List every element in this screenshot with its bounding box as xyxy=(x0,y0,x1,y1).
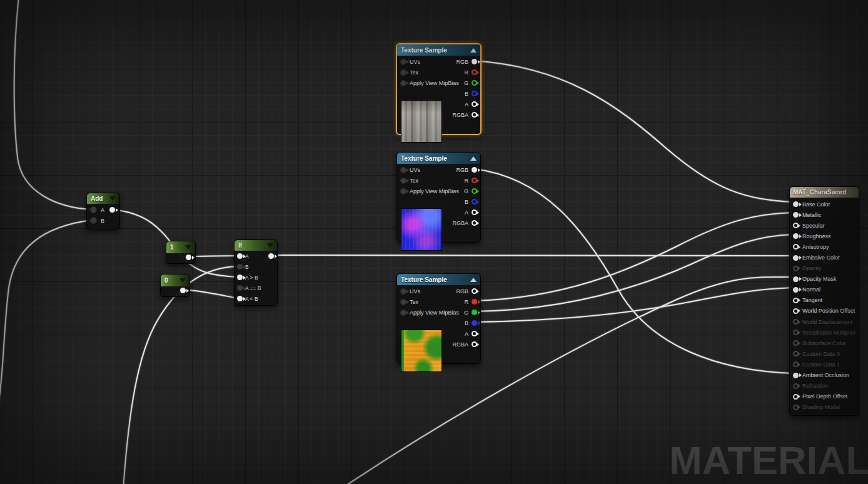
node-header[interactable]: 1 xyxy=(166,241,195,253)
input-pin-row[interactable]: Apply View MipBias xyxy=(400,78,459,88)
input-pin-row[interactable]: A < B xyxy=(235,293,277,304)
material-pin-row[interactable]: Tessellation Multiplier xyxy=(793,327,859,338)
material-pin-row[interactable]: Refraction xyxy=(793,381,859,391)
input-pin-row[interactable]: UVs xyxy=(400,56,459,67)
output-pin[interactable] xyxy=(472,91,477,96)
input-pin[interactable] xyxy=(400,69,406,76)
add-node[interactable]: Add A B xyxy=(86,193,120,229)
output-pin-row[interactable]: R xyxy=(452,296,477,307)
material-pin-row[interactable]: Tangent xyxy=(793,295,859,306)
material-input-pin[interactable] xyxy=(793,330,799,335)
collapse-arrow-icon[interactable] xyxy=(470,48,477,53)
material-input-pin[interactable] xyxy=(793,308,799,314)
input-pin[interactable] xyxy=(90,217,97,224)
output-pin[interactable] xyxy=(472,299,477,305)
output-pin[interactable] xyxy=(472,341,477,347)
input-pin-row[interactable]: B xyxy=(235,261,277,272)
material-input-pin[interactable] xyxy=(793,394,799,400)
wire-ts1-rgb-to-basecolor[interactable] xyxy=(474,61,793,202)
input-pin[interactable] xyxy=(237,253,243,259)
material-pin-row[interactable]: Normal xyxy=(793,285,859,295)
input-pin-row[interactable]: A == B xyxy=(235,283,277,293)
texture-sample-node[interactable]: Texture Sample UVs Tex xyxy=(396,152,481,243)
expand-arrow-icon[interactable] xyxy=(109,196,116,201)
expand-arrow-icon[interactable] xyxy=(179,278,186,283)
input-pin[interactable] xyxy=(237,296,243,301)
input-pin-row[interactable]: UVs xyxy=(400,286,459,296)
material-input-pin[interactable] xyxy=(793,212,799,218)
constant-node[interactable]: 0 xyxy=(160,274,190,297)
material-input-pin[interactable] xyxy=(793,319,799,325)
input-pin[interactable] xyxy=(90,206,97,213)
wire-top-to-add-a[interactable] xyxy=(14,0,91,209)
expand-arrow-icon[interactable] xyxy=(185,245,191,250)
material-pin-row[interactable]: World Position Offset xyxy=(793,306,859,316)
output-pin[interactable] xyxy=(472,331,477,336)
input-pin[interactable] xyxy=(400,299,406,305)
output-pin-row[interactable]: B xyxy=(452,318,477,328)
material-pin-row[interactable]: Pixel Depth Offset xyxy=(793,391,859,402)
material-pin-row[interactable]: Anisotropy xyxy=(793,241,859,252)
node-header[interactable]: MAT_CharaSword xyxy=(790,187,859,198)
material-pin-row[interactable]: Subsurface Color xyxy=(793,338,859,348)
texture-sample-node[interactable]: Texture Sample UVs Tex xyxy=(396,273,481,364)
material-output-node[interactable]: MAT_CharaSword Base Color Metallic Specu… xyxy=(789,186,859,416)
node-header[interactable]: 0 xyxy=(161,275,189,286)
input-pin-row[interactable]: A > B xyxy=(235,272,277,283)
input-pin-row[interactable]: Tex xyxy=(400,67,459,78)
wire-ts3-r-to-metallic[interactable] xyxy=(474,213,793,301)
input-pin[interactable] xyxy=(237,264,243,270)
output-pin-row[interactable]: R xyxy=(452,67,477,78)
material-pin-row[interactable]: Specular xyxy=(793,220,859,231)
output-pin[interactable] xyxy=(472,288,477,294)
output-pin-row[interactable]: B xyxy=(452,88,477,99)
input-pin-row[interactable]: Tex xyxy=(400,296,459,307)
output-pin-row[interactable]: G xyxy=(452,307,477,318)
input-pin[interactable] xyxy=(237,285,243,291)
output-pin[interactable] xyxy=(472,167,477,173)
material-input-pin[interactable] xyxy=(793,373,799,378)
output-pin-row[interactable]: B xyxy=(452,196,477,207)
collapse-arrow-icon[interactable] xyxy=(470,156,477,161)
material-pin-row[interactable]: Ambient Occlusion xyxy=(793,370,859,381)
material-input-pin[interactable] xyxy=(793,244,799,250)
output-pin[interactable] xyxy=(472,69,477,75)
material-input-pin[interactable] xyxy=(793,255,799,261)
output-pin-row[interactable]: R xyxy=(452,175,477,186)
output-pin[interactable] xyxy=(472,199,477,204)
input-pin-row[interactable]: Apply View MipBias xyxy=(400,307,459,318)
material-input-pin[interactable] xyxy=(793,405,799,410)
wire-ts3-g-to-roughness[interactable] xyxy=(474,234,793,311)
output-pin-row[interactable]: G xyxy=(452,78,477,88)
output-pin[interactable] xyxy=(472,178,477,183)
output-pin[interactable] xyxy=(472,320,477,326)
node-header[interactable]: Texture Sample xyxy=(397,274,480,285)
node-header[interactable]: Texture Sample xyxy=(397,44,480,56)
material-pin-row[interactable]: Shading Model xyxy=(793,402,859,413)
if-node[interactable]: If A B A > B A == B A < B xyxy=(234,239,278,306)
material-pin-row[interactable]: Opacity Mask xyxy=(793,274,859,285)
output-pin[interactable] xyxy=(472,310,477,315)
material-input-pin[interactable] xyxy=(793,266,799,271)
output-pin[interactable] xyxy=(472,188,477,194)
output-pin[interactable] xyxy=(472,101,477,107)
output-pin[interactable] xyxy=(109,207,115,213)
material-input-pin[interactable] xyxy=(793,383,799,389)
constant-node[interactable]: 1 xyxy=(166,241,196,264)
material-input-pin[interactable] xyxy=(793,287,799,293)
input-pin-row[interactable]: UVs xyxy=(400,164,459,175)
material-input-pin[interactable] xyxy=(793,276,799,282)
material-input-pin[interactable] xyxy=(793,361,799,367)
output-pin-row[interactable]: RGBA xyxy=(452,109,477,120)
node-header[interactable]: Add xyxy=(87,193,119,204)
output-pin-row[interactable]: RGB xyxy=(452,286,477,296)
wire-ts3-b-to-normal[interactable] xyxy=(474,288,793,322)
material-input-pin[interactable] xyxy=(793,340,799,346)
output-pin[interactable] xyxy=(472,220,477,226)
wire-ts2-rgb-to-ambientocclusion[interactable] xyxy=(474,169,793,373)
output-pin-row[interactable]: A xyxy=(452,99,477,109)
input-pin[interactable] xyxy=(400,80,406,86)
node-header[interactable]: If xyxy=(235,240,277,251)
wire-bottom-to-if[interactable] xyxy=(123,266,238,484)
material-pin-row[interactable]: Emissive Color xyxy=(793,252,859,263)
